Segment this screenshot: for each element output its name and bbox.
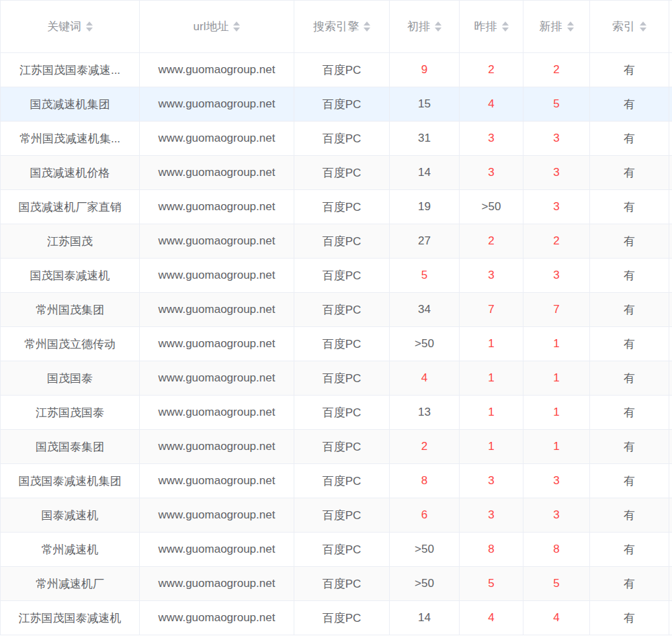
sort-ascending-icon[interactable] bbox=[502, 21, 509, 26]
new-rank-cell: 4 bbox=[523, 601, 590, 635]
index-status: 有 bbox=[624, 131, 635, 146]
sort-descending-icon[interactable] bbox=[86, 28, 93, 32]
initial-rank-value: 13 bbox=[418, 406, 431, 419]
initial-rank-value: 4 bbox=[421, 371, 427, 385]
yesterday-rank-cell: 4 bbox=[460, 601, 523, 635]
new-rank-value: 1 bbox=[553, 406, 559, 419]
table-row[interactable]: 江苏国茂国泰减速... www.guomaogroup.net 百度PC 9 2… bbox=[1, 53, 672, 87]
search-engine-cell: 百度PC bbox=[294, 53, 390, 87]
column-header-label: 搜索引擎 bbox=[313, 19, 359, 34]
column-header[interactable]: 昨排 bbox=[460, 1, 523, 53]
yesterday-rank-cell: 1 bbox=[460, 361, 523, 396]
keyword-text: 常州国茂立德传动 bbox=[24, 336, 116, 352]
column-header[interactable]: 索引 bbox=[590, 1, 669, 53]
url-cell: www.guomaogroup.net bbox=[140, 53, 294, 87]
table-row[interactable]: 常州减速机厂 www.guomaogroup.net 百度PC >50 5 5 … bbox=[1, 567, 672, 601]
new-rank-value: 8 bbox=[553, 543, 559, 556]
keyword-cell: 国茂国泰集团 bbox=[1, 430, 140, 464]
table-row[interactable]: 常州国茂立德传动 www.guomaogroup.net 百度PC >50 1 … bbox=[1, 327, 672, 361]
sort-ascending-icon[interactable] bbox=[86, 21, 93, 26]
sort-descending-icon[interactable] bbox=[567, 28, 574, 32]
keyword-text: 江苏国茂国泰减速机 bbox=[19, 610, 122, 626]
url-text: www.guomaogroup.net bbox=[159, 97, 276, 111]
url-text: www.guomaogroup.net bbox=[159, 269, 276, 282]
index-status: 有 bbox=[624, 508, 635, 523]
table-row[interactable]: 国茂国泰 www.guomaogroup.net 百度PC 4 1 1 有 bbox=[1, 361, 672, 396]
initial-rank-value: >50 bbox=[415, 337, 434, 351]
table-row[interactable]: 国茂减速机价格 www.guomaogroup.net 百度PC 14 3 3 … bbox=[1, 156, 672, 190]
table-body: 江苏国茂国泰减速... www.guomaogroup.net 百度PC 9 2… bbox=[1, 53, 672, 635]
search-engine-text: 百度PC bbox=[323, 610, 362, 626]
column-header[interactable]: url地址 bbox=[140, 1, 294, 53]
search-engine-text: 百度PC bbox=[323, 131, 362, 146]
new-rank-value: 2 bbox=[553, 63, 559, 77]
table-row[interactable]: 国茂国泰集团 www.guomaogroup.net 百度PC 2 1 1 有 bbox=[1, 430, 672, 464]
index-status: 有 bbox=[624, 165, 635, 181]
index-status: 有 bbox=[624, 199, 635, 215]
search-engine-text: 百度PC bbox=[323, 165, 362, 181]
search-engine-text: 百度PC bbox=[323, 439, 362, 455]
table-row[interactable]: 常州减速机 www.guomaogroup.net 百度PC >50 8 8 有 bbox=[1, 533, 672, 567]
yesterday-rank-cell: 2 bbox=[460, 53, 523, 87]
table-row[interactable]: 国茂减速机集团 www.guomaogroup.net 百度PC 15 4 5 … bbox=[1, 87, 672, 122]
keyword-cell: 国茂国泰 bbox=[1, 361, 140, 396]
sort-ascending-icon[interactable] bbox=[233, 21, 240, 26]
initial-rank-value: 15 bbox=[418, 97, 431, 111]
new-rank-value: 3 bbox=[553, 132, 559, 145]
new-rank-value: 3 bbox=[553, 508, 559, 522]
table-row[interactable]: 江苏国茂国泰 www.guomaogroup.net 百度PC 13 1 1 有 bbox=[1, 396, 672, 430]
table-row[interactable]: 江苏国茂 www.guomaogroup.net 百度PC 27 2 2 有 bbox=[1, 224, 672, 259]
scrollbar-gutter bbox=[669, 361, 672, 396]
new-rank-cell: 2 bbox=[523, 224, 590, 259]
search-engine-cell: 百度PC bbox=[294, 156, 390, 190]
url-cell: www.guomaogroup.net bbox=[140, 464, 294, 498]
initial-rank-cell: 19 bbox=[390, 190, 460, 224]
initial-rank-value: 14 bbox=[418, 166, 431, 179]
table-row[interactable]: 国茂国泰减速机 www.guomaogroup.net 百度PC 5 3 3 有 bbox=[1, 259, 672, 293]
column-header[interactable]: 新排 bbox=[523, 1, 590, 53]
yesterday-rank-cell: >50 bbox=[460, 190, 523, 224]
keyword-cell: 国茂减速机集团 bbox=[1, 87, 140, 122]
url-text: www.guomaogroup.net bbox=[159, 440, 276, 453]
url-cell: www.guomaogroup.net bbox=[140, 224, 294, 259]
table-row[interactable]: 常州国茂集团 www.guomaogroup.net 百度PC 34 7 7 有 bbox=[1, 293, 672, 327]
index-cell: 有 bbox=[590, 396, 669, 430]
column-header[interactable]: 初排 bbox=[390, 1, 460, 53]
yesterday-rank-cell: 3 bbox=[460, 464, 523, 498]
keyword-ranking-table: 关键词 url地址 搜索引擎 初排 昨排 新排 bbox=[0, 0, 672, 635]
search-engine-cell: 百度PC bbox=[294, 464, 390, 498]
sort-ascending-icon[interactable] bbox=[364, 21, 370, 26]
sort-ascending-icon[interactable] bbox=[567, 21, 574, 26]
search-engine-text: 百度PC bbox=[323, 97, 362, 112]
table-row[interactable]: 国茂减速机厂家直销 www.guomaogroup.net 百度PC 19 >5… bbox=[1, 190, 672, 224]
sort-ascending-icon[interactable] bbox=[640, 21, 646, 26]
search-engine-text: 百度PC bbox=[323, 405, 362, 420]
keyword-text: 国茂减速机集团 bbox=[30, 97, 110, 112]
yesterday-rank-cell: 2 bbox=[460, 224, 523, 259]
url-text: www.guomaogroup.net bbox=[159, 200, 276, 214]
url-cell: www.guomaogroup.net bbox=[140, 327, 294, 361]
table-row[interactable]: 国茂国泰减速机集团 www.guomaogroup.net 百度PC 8 3 3… bbox=[1, 464, 672, 498]
new-rank-cell: 5 bbox=[523, 567, 590, 601]
sort-descending-icon[interactable] bbox=[435, 28, 442, 32]
sort-carets-icon bbox=[502, 21, 509, 32]
scrollbar-gutter bbox=[669, 601, 672, 635]
sort-descending-icon[interactable] bbox=[640, 28, 646, 32]
sort-descending-icon[interactable] bbox=[364, 28, 370, 32]
sort-ascending-icon[interactable] bbox=[435, 21, 442, 26]
index-cell: 有 bbox=[590, 533, 669, 567]
scrollbar-gutter bbox=[669, 464, 672, 498]
column-header[interactable]: 搜索引擎 bbox=[294, 1, 390, 53]
table-row[interactable]: 国泰减速机 www.guomaogroup.net 百度PC 6 3 3 有 bbox=[1, 498, 672, 533]
keyword-cell: 常州国茂集团 bbox=[1, 293, 140, 327]
column-header[interactable]: 关键词 bbox=[1, 1, 140, 53]
keyword-cell: 常州国茂减速机集... bbox=[1, 122, 140, 156]
sort-carets-icon bbox=[567, 21, 574, 32]
sort-descending-icon[interactable] bbox=[502, 28, 509, 32]
table-row[interactable]: 江苏国茂国泰减速机 www.guomaogroup.net 百度PC 14 4 … bbox=[1, 601, 672, 635]
table-row[interactable]: 常州国茂减速机集... www.guomaogroup.net 百度PC 31 … bbox=[1, 122, 672, 156]
scrollbar-gutter bbox=[669, 1, 672, 53]
scrollbar-gutter bbox=[669, 122, 672, 156]
scrollbar-gutter bbox=[669, 498, 672, 533]
sort-descending-icon[interactable] bbox=[233, 28, 240, 32]
